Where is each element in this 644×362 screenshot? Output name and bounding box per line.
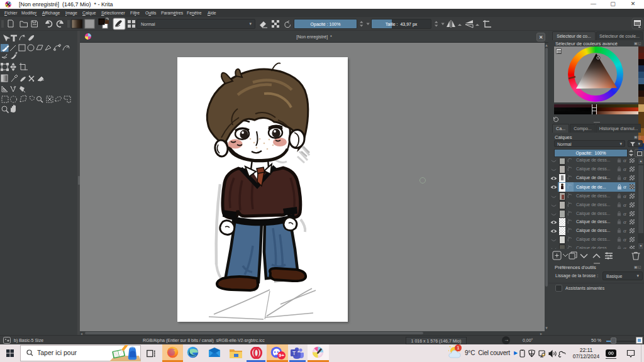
svg-text:T: T <box>292 350 296 356</box>
